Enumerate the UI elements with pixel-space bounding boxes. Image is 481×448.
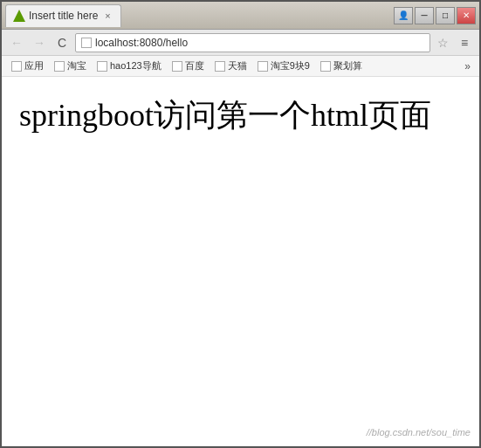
bookmark-icon	[11, 61, 22, 72]
minimize-button[interactable]: ─	[415, 7, 434, 24]
reload-button[interactable]: C	[52, 33, 72, 52]
bookmark-star-button[interactable]: ☆	[434, 34, 451, 52]
bookmark-icon	[320, 61, 331, 72]
bookmark-icon	[97, 61, 107, 72]
titlebar-left: Insert title here ×	[5, 4, 394, 27]
address-bar[interactable]: localhost:8080/hello	[75, 33, 430, 52]
close-button[interactable]: ✕	[457, 7, 476, 24]
bookmark-label: 应用	[24, 59, 44, 72]
bookmark-item[interactable]: hao123导航	[93, 58, 166, 74]
user-icon-button[interactable]: 👤	[394, 7, 413, 24]
bookmark-icon	[258, 61, 268, 72]
bookmark-label: 淘宝	[67, 59, 86, 72]
page-icon	[81, 38, 92, 48]
bookmark-label: hao123导航	[110, 59, 161, 72]
tab-favicon-icon	[13, 10, 25, 22]
browser-window: Insert title here × 👤 ─ □ ✕ ← → C localh…	[0, 0, 481, 448]
titlebar: Insert title here × 👤 ─ □ ✕	[2, 2, 479, 30]
bookmarks-bar: 应用 淘宝 hao123导航 百度 天猫 淘宝9块9 聚划算 »	[2, 56, 479, 77]
bookmark-item[interactable]: 淘宝	[50, 58, 91, 74]
bookmark-label: 天猫	[228, 59, 247, 72]
bookmark-item[interactable]: 应用	[7, 58, 48, 74]
page-content: springboot访问第一个html页面 //blog.csdn.net/so…	[2, 77, 479, 446]
browser-tab[interactable]: Insert title here ×	[5, 4, 121, 27]
menu-button[interactable]: ≡	[455, 33, 474, 52]
bookmark-icon	[54, 61, 65, 72]
back-button[interactable]: ←	[7, 33, 26, 52]
bookmark-label: 百度	[185, 59, 204, 72]
bookmark-icon	[172, 61, 182, 72]
maximize-button[interactable]: □	[436, 7, 455, 24]
bookmarks-more-button[interactable]: »	[461, 59, 474, 74]
tab-close-button[interactable]: ×	[101, 10, 113, 22]
navbar: ← → C localhost:8080/hello ☆ ≡	[2, 30, 479, 56]
bookmark-label: 淘宝9块9	[271, 59, 310, 72]
bookmark-label: 聚划算	[333, 59, 362, 72]
bookmark-item[interactable]: 聚划算	[316, 58, 367, 74]
forward-button[interactable]: →	[30, 33, 49, 52]
window-controls: 👤 ─ □ ✕	[394, 7, 476, 24]
bookmark-item[interactable]: 淘宝9块9	[253, 58, 314, 74]
bookmark-item[interactable]: 天猫	[210, 58, 251, 74]
address-text: localhost:8080/hello	[95, 37, 188, 49]
watermark: //blog.csdn.net/sou_time	[367, 427, 471, 438]
bookmark-icon	[215, 61, 225, 72]
page-heading: springboot访问第一个html页面	[19, 94, 462, 137]
bookmark-item[interactable]: 百度	[168, 58, 209, 74]
tab-title: Insert title here	[29, 10, 98, 22]
